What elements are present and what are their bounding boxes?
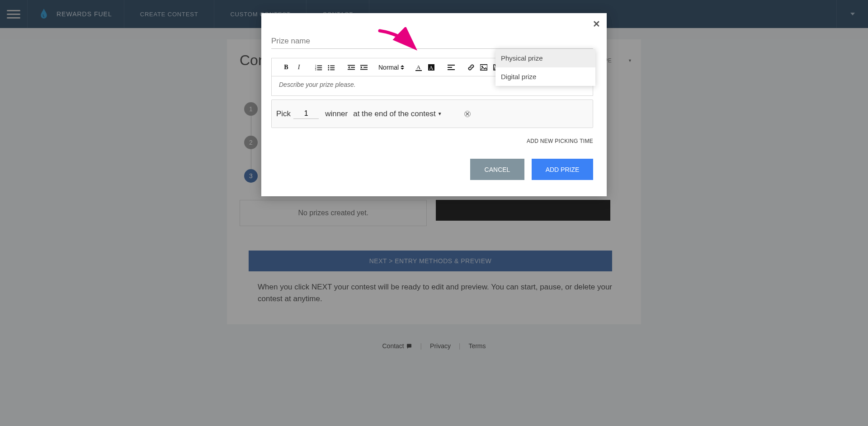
close-icon[interactable]: ✕ xyxy=(593,19,600,29)
prize-name-input[interactable] xyxy=(271,34,593,49)
svg-text:A: A xyxy=(416,64,421,71)
add-prize-button[interactable]: ADD PRIZE xyxy=(532,159,593,180)
winner-count-input[interactable] xyxy=(293,109,319,119)
modal-overlay[interactable]: ✕ B I 123 xyxy=(0,0,868,426)
indent-button[interactable] xyxy=(359,62,369,73)
outdent-button[interactable] xyxy=(346,62,357,73)
svg-point-6 xyxy=(328,65,329,66)
remove-picking-time-button[interactable]: ✕ xyxy=(464,111,471,117)
pick-label: Pick xyxy=(276,109,291,118)
text-color-button[interactable]: A xyxy=(413,62,424,73)
italic-button[interactable]: I xyxy=(293,62,304,73)
svg-point-26 xyxy=(481,66,483,67)
winner-label: winner xyxy=(325,109,348,118)
svg-text:A: A xyxy=(429,64,434,71)
svg-point-8 xyxy=(328,69,329,71)
winner-picking-row: Pick winner at the end of the contest ▼ … xyxy=(271,99,593,128)
svg-text:3: 3 xyxy=(315,69,316,71)
dropdown-item-physical[interactable]: Physical prize xyxy=(495,49,595,67)
cancel-button[interactable]: CANCEL xyxy=(470,159,524,180)
prize-type-dropdown: Physical prize Digital prize xyxy=(495,49,595,86)
timing-select[interactable]: at the end of the contest ▼ xyxy=(353,109,442,118)
ordered-list-button[interactable]: 123 xyxy=(313,62,324,73)
dropdown-item-digital[interactable]: Digital prize xyxy=(495,67,595,86)
align-button[interactable] xyxy=(446,62,457,73)
image-button[interactable] xyxy=(478,62,489,73)
add-picking-time-link[interactable]: ADD NEW PICKING TIME xyxy=(271,138,593,144)
add-prize-modal: ✕ B I 123 xyxy=(261,13,607,196)
link-button[interactable] xyxy=(466,62,476,73)
unordered-list-button[interactable] xyxy=(326,62,337,73)
svg-point-7 xyxy=(328,67,329,68)
highlight-button[interactable]: A xyxy=(426,62,437,73)
text-style-select[interactable]: Normal xyxy=(378,64,404,71)
sort-icon xyxy=(401,65,404,70)
bold-button[interactable]: B xyxy=(281,62,292,73)
